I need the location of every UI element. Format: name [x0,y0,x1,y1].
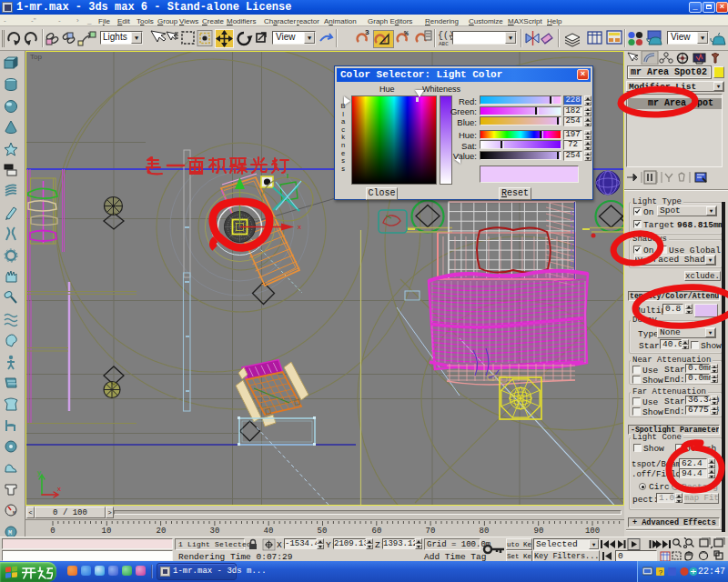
svg-text:y: y [37,468,41,477]
svg-text:Top: Top [30,53,42,61]
svg-text:x: x [57,485,61,493]
svg-text:ABC: ABC [439,41,449,47]
svg-text:3: 3 [365,28,369,36]
svg-text:M: M [8,529,12,537]
svg-text:?: ? [659,568,663,577]
svg-text:M: M [13,511,15,517]
svg-text:%: % [404,29,409,37]
